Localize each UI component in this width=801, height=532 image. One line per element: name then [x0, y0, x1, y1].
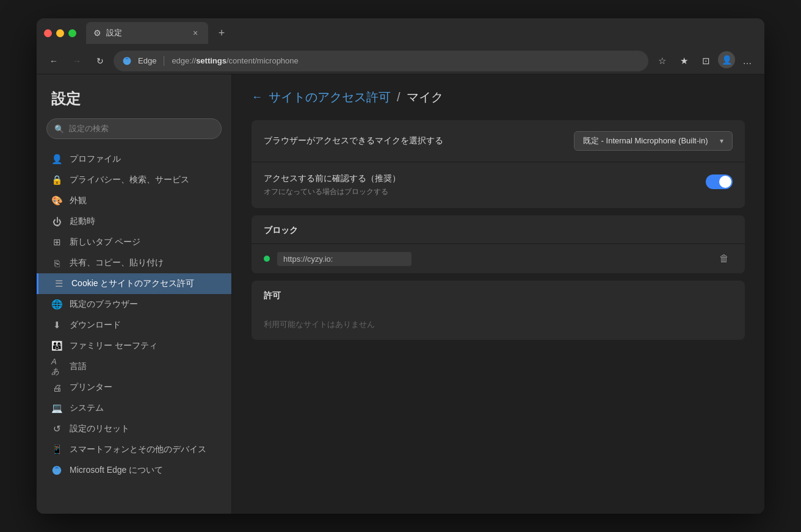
sidebar-item-label: 共有、コピー、貼り付け: [70, 257, 164, 268]
settings-tab-icon: ⚙: [93, 28, 101, 38]
empty-allow-text: 利用可能なサイトはありません: [264, 315, 375, 334]
tab-close-button[interactable]: ×: [190, 27, 201, 38]
sidebar-item-language[interactable]: Aあ 言語: [37, 356, 231, 377]
breadcrumb-current: マイク: [407, 89, 443, 106]
allow-section-header: 許可: [252, 281, 745, 309]
address-text: edge://settings/content/microphone: [172, 56, 640, 65]
main-panel: ← サイトのアクセス許可 / マイク ブラウザーがアクセスできるマイクを選択する…: [232, 74, 764, 514]
new-tab-button[interactable]: +: [212, 23, 231, 43]
sidebar-item-familysafety[interactable]: 👨‍👩‍👧 ファミリー セーフティ: [37, 336, 231, 356]
sidebar-item-profile[interactable]: 👤 プロファイル: [37, 149, 231, 170]
sidebar-item-label: 言語: [70, 361, 87, 372]
browser-essentials-button[interactable]: ⊡: [696, 51, 716, 71]
dropdown-arrow-icon: ▾: [720, 137, 723, 145]
startup-icon: ⏻: [51, 216, 62, 227]
site-status-dot: [264, 256, 270, 262]
block-section-header: ブロック: [252, 215, 745, 243]
mic-dropdown-value: 既定 - Internal Microphone (Built-in): [583, 135, 715, 146]
sidebar-item-label: ファミリー セーフティ: [70, 340, 158, 351]
breadcrumb-link[interactable]: サイトのアクセス許可: [269, 89, 391, 106]
traffic-lights: [44, 29, 76, 37]
sidebar-item-mobile[interactable]: 📱 スマートフォンとその他のデバイス: [37, 439, 231, 460]
maximize-window-button[interactable]: [68, 29, 76, 37]
sidebar-item-label: 起動時: [70, 216, 95, 227]
appearance-icon: 🎨: [51, 195, 62, 206]
sidebar-item-defaultbrowser[interactable]: 🌐 既定のブラウザー: [37, 294, 231, 315]
title-bar: ⚙ 設定 × +: [37, 18, 764, 48]
tab-area: ⚙ 設定 × +: [86, 22, 757, 44]
share-icon: ⎘: [51, 257, 62, 268]
content-area: 設定 🔍 設定の検索 👤 プロファイル 🔒 プライバシー、検索、サービス 🎨 外…: [37, 74, 764, 514]
toggle-text-group: アクセスする前に確認する（推奨） オフになっている場合はブロックする: [264, 173, 400, 197]
sidebar-item-newtab[interactable]: ⊞ 新しいタブ ページ: [37, 232, 231, 253]
sidebar-item-privacy[interactable]: 🔒 プライバシー、検索、サービス: [37, 170, 231, 190]
delete-blocked-button[interactable]: 🗑: [716, 250, 733, 267]
language-icon: Aあ: [51, 361, 62, 372]
breadcrumb: ← サイトのアクセス許可 / マイク: [252, 89, 745, 106]
sidebar-item-share[interactable]: ⎘ 共有、コピー、貼り付け: [37, 253, 231, 273]
refresh-button[interactable]: ↻: [90, 51, 110, 71]
sidebar-item-label: プロファイル: [70, 154, 121, 165]
toggle-label: アクセスする前に確認する（推奨）: [264, 173, 400, 184]
sidebar-item-reset[interactable]: ↺ 設定のリセット: [37, 419, 231, 439]
sidebar-item-label: プライバシー、検索、サービス: [70, 174, 189, 185]
forward-button[interactable]: →: [67, 51, 87, 71]
defaultbrowser-icon: 🌐: [51, 299, 62, 310]
cookies-icon: ☰: [53, 278, 64, 289]
toolbar: ← → ↻ Edge edge://settings/content/micro…: [37, 48, 764, 74]
sidebar-item-printer[interactable]: 🖨 プリンター: [37, 377, 231, 398]
minimize-window-button[interactable]: [56, 29, 64, 37]
sidebar: 設定 🔍 設定の検索 👤 プロファイル 🔒 プライバシー、検索、サービス 🎨 外…: [37, 74, 232, 514]
active-tab[interactable]: ⚙ 設定 ×: [86, 22, 208, 44]
sidebar-item-label: 新しいタブ ページ: [70, 237, 140, 248]
edge-about-icon: [51, 465, 62, 476]
sidebar-item-label: ダウンロード: [70, 320, 121, 331]
sidebar-item-system[interactable]: 💻 システム: [37, 398, 231, 419]
printer-icon: 🖨: [51, 382, 62, 393]
search-icon: 🔍: [54, 124, 64, 134]
mic-select-card: ブラウザーがアクセスできるマイクを選択する 既定 - Internal Micr…: [252, 120, 745, 208]
sidebar-item-appearance[interactable]: 🎨 外観: [37, 190, 231, 211]
toggle-knob: [719, 176, 731, 188]
access-confirm-toggle[interactable]: [706, 174, 733, 189]
profile-avatar-button[interactable]: 👤: [718, 51, 735, 68]
familysafety-icon: 👨‍👩‍👧: [51, 340, 62, 351]
tab-title: 設定: [106, 27, 185, 38]
back-arrow-button[interactable]: ←: [252, 91, 263, 104]
sidebar-item-label: 外観: [70, 195, 87, 206]
mic-dropdown[interactable]: 既定 - Internal Microphone (Built-in) ▾: [574, 131, 733, 151]
edge-browser-label: Edge: [138, 56, 156, 65]
back-button[interactable]: ←: [44, 51, 63, 71]
allow-section-card: 許可 利用可能なサイトはありません: [252, 281, 745, 340]
downloads-icon: ⬇: [51, 320, 62, 331]
sidebar-item-downloads[interactable]: ⬇ ダウンロード: [37, 315, 231, 336]
breadcrumb-separator: /: [397, 90, 400, 104]
mic-select-row: ブラウザーがアクセスできるマイクを選択する 既定 - Internal Micr…: [252, 120, 745, 162]
sidebar-item-label: 設定のリセット: [70, 423, 129, 434]
mic-select-label: ブラウザーがアクセスできるマイクを選択する: [264, 135, 443, 146]
privacy-icon: 🔒: [51, 174, 62, 185]
close-window-button[interactable]: [44, 29, 52, 37]
sidebar-title: 設定: [37, 89, 231, 118]
allow-section-body: 利用可能なサイトはありません: [252, 309, 745, 340]
profile-icon: 👤: [51, 154, 62, 165]
toggle-sublabel: オフになっている場合はブロックする: [264, 187, 400, 197]
sidebar-item-label: Cookie とサイトのアクセス許可: [71, 278, 194, 289]
edge-logo-icon: [122, 56, 132, 66]
system-icon: 💻: [51, 403, 62, 414]
more-menu-button[interactable]: …: [738, 51, 757, 71]
reset-icon: ↺: [51, 423, 62, 434]
access-confirm-toggle-row: アクセスする前に確認する（推奨） オフになっている場合はブロックする: [252, 162, 745, 208]
collections-button[interactable]: ★: [674, 51, 694, 71]
blocked-site-item: https://cyzy.io: 🗑: [252, 243, 745, 273]
favorites-button[interactable]: ☆: [652, 51, 672, 71]
sidebar-item-label: 既定のブラウザー: [70, 299, 138, 310]
address-bar[interactable]: Edge edge://settings/content/microphone: [114, 51, 648, 71]
sidebar-item-about[interactable]: Microsoft Edge について: [37, 460, 231, 481]
address-divider: [164, 56, 164, 66]
toolbar-icons: ☆ ★ ⊡ 👤 …: [652, 51, 757, 71]
sidebar-item-startup[interactable]: ⏻ 起動時: [37, 211, 231, 232]
sidebar-item-cookies[interactable]: ☰ Cookie とサイトのアクセス許可: [37, 273, 231, 294]
block-section-card: ブロック https://cyzy.io: 🗑: [252, 215, 745, 273]
settings-search-box[interactable]: 🔍 設定の検索: [46, 118, 222, 139]
